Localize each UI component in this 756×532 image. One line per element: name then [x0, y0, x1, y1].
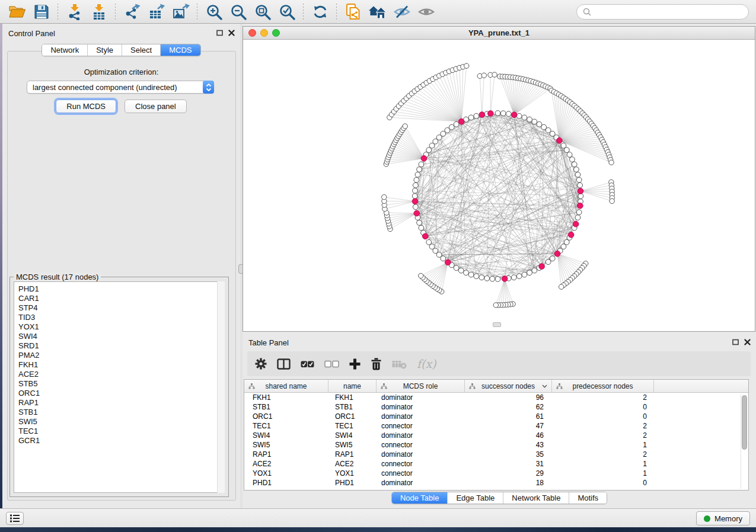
mcds-result-item[interactable]: FKH1 — [14, 360, 224, 370]
toolbar-separator — [58, 4, 58, 20]
mcds-result-item[interactable]: STP4 — [14, 303, 224, 313]
mcds-result-item[interactable]: TID3 — [14, 313, 224, 322]
mcds-result-item[interactable]: SRD1 — [14, 341, 224, 351]
tab-select[interactable]: Select — [122, 44, 161, 56]
mcds-result-list[interactable]: PHD1CAR1STP4TID3YOX1SWI4SRD1PMA2FKH1ACE2… — [14, 281, 225, 493]
maximize-window-button[interactable] — [272, 29, 280, 37]
float-table-panel-button[interactable] — [732, 339, 739, 345]
split-view-button[interactable] — [277, 358, 291, 370]
tab-motifs[interactable]: Motifs — [569, 492, 607, 504]
column-namespace-icon — [248, 383, 255, 389]
float-panel-button[interactable] — [216, 30, 223, 36]
float-icon — [732, 339, 739, 345]
zoom-out-button[interactable] — [227, 2, 249, 21]
table-row[interactable]: YOX1YOX1connector291 — [244, 469, 748, 478]
mcds-result-item[interactable]: PMA2 — [14, 351, 224, 360]
column-header-predecessor-nodes[interactable]: predecessor nodes — [552, 380, 654, 392]
add-column-button[interactable] — [349, 358, 361, 370]
table-row[interactable]: SWI5SWI5connector431 — [244, 440, 748, 450]
export-network-button[interactable] — [121, 2, 143, 21]
tab-network[interactable]: Network — [42, 44, 88, 56]
refresh-view-button[interactable] — [309, 2, 331, 21]
tab-edge-table[interactable]: Edge Table — [448, 492, 503, 504]
tab-mcds[interactable]: MCDS — [161, 44, 200, 56]
close-table-panel-button[interactable] — [744, 339, 751, 345]
column-settings-button[interactable] — [255, 358, 267, 370]
mcds-result-item[interactable]: SWI5 — [14, 417, 224, 427]
table-row[interactable]: RAP1RAP1dominator352 — [244, 450, 748, 459]
table-cell: 29 — [465, 469, 552, 477]
mcds-result-item[interactable]: STB1 — [14, 408, 224, 417]
export-table-button[interactable] — [145, 2, 167, 21]
column-header-name[interactable]: name — [328, 380, 377, 392]
save-session-button[interactable] — [30, 2, 52, 21]
run-mcds-button[interactable]: Run MCDS — [56, 100, 116, 113]
memory-button[interactable]: Memory — [696, 511, 750, 525]
column-header-successor-nodes[interactable]: successor nodes — [465, 380, 552, 392]
table-row[interactable]: SWI4SWI4dominator462 — [244, 431, 748, 440]
zoom-in-button[interactable] — [203, 2, 225, 21]
zoom-out-icon — [230, 4, 247, 20]
column-header-mcds-role[interactable]: MCDS role — [377, 380, 465, 392]
open-file-button[interactable] — [6, 2, 28, 21]
zoom-selected-button[interactable] — [276, 2, 298, 21]
mcds-result-item[interactable]: STB5 — [14, 379, 224, 389]
table-scrollbar-thumb[interactable] — [742, 395, 747, 450]
deselect-all-button[interactable] — [324, 360, 339, 368]
minimize-window-button[interactable] — [260, 29, 268, 37]
table-row[interactable]: ORC1ORC1dominator610 — [244, 412, 748, 421]
table-row[interactable]: FKH1FKH1dominator962 — [244, 393, 748, 402]
select-all-button[interactable] — [301, 360, 314, 368]
table-row[interactable]: STB1STB1dominator620 — [244, 402, 748, 412]
close-panel-button[interactable] — [228, 30, 235, 36]
result-list-scrollbar[interactable] — [217, 281, 225, 493]
tab-network-table[interactable]: Network Table — [503, 492, 569, 504]
mcds-result-item[interactable]: SWI4 — [14, 332, 224, 341]
gear-icon — [255, 358, 267, 370]
table-row[interactable]: ACE2ACE2connector311 — [244, 459, 748, 469]
table-row[interactable]: TEC1TEC1connector472 — [244, 421, 748, 431]
mcds-result-item[interactable]: YOX1 — [14, 322, 224, 332]
tab-style[interactable]: Style — [88, 44, 122, 56]
mcds-result-item[interactable]: ORC1 — [14, 389, 224, 398]
table-toolbar: f(x) — [247, 351, 751, 376]
delete-column-button[interactable] — [371, 358, 382, 370]
mcds-result-item[interactable]: CAR1 — [14, 294, 224, 303]
column-label: successor nodes — [481, 382, 535, 390]
close-window-button[interactable] — [248, 29, 256, 37]
network-canvas[interactable] — [243, 40, 755, 331]
table-cell: 62 — [465, 403, 552, 411]
mcds-result-item[interactable]: RAP1 — [14, 398, 224, 408]
horizontal-splitter-grip[interactable] — [493, 322, 501, 327]
selected-option: largest connected component (undirected) — [27, 83, 203, 92]
network-view-window: YPA_prune.txt_1 — [243, 26, 755, 332]
sort-indicator-icon — [542, 384, 547, 388]
show-all-button[interactable] — [415, 2, 437, 21]
tab-node-table[interactable]: Node Table — [392, 492, 448, 504]
mcds-result-item[interactable]: TEC1 — [14, 427, 224, 436]
import-network-button[interactable] — [63, 2, 85, 21]
hide-selected-button[interactable] — [391, 2, 413, 21]
zoom-fit-button[interactable] — [251, 2, 273, 21]
network-title: YPA_prune.txt_1 — [468, 28, 529, 37]
export-image-button[interactable] — [170, 2, 192, 21]
network-window-titlebar[interactable]: YPA_prune.txt_1 — [243, 27, 755, 40]
close-panel-action-button[interactable]: Close panel — [125, 100, 187, 113]
duplicate-network-button[interactable] — [342, 2, 364, 21]
mcds-result-item[interactable]: PHD1 — [14, 284, 224, 294]
mcds-result-item[interactable]: ACE2 — [14, 370, 224, 379]
optimization-criterion-label: Optimization criterion: — [2, 68, 240, 76]
search-input[interactable] — [595, 7, 742, 17]
import-table-button[interactable] — [88, 2, 110, 21]
table-row[interactable]: PHD1PHD1dominator180 — [244, 478, 748, 488]
optimization-criterion-select[interactable]: largest connected component (undirected) — [27, 81, 214, 94]
table-cell: YOX1 — [328, 469, 377, 477]
task-history-button[interactable] — [6, 512, 24, 525]
table-scrollbar[interactable] — [741, 394, 748, 489]
column-header-shared-name[interactable]: shared name — [244, 380, 328, 392]
mcds-result-item[interactable]: GCR1 — [14, 436, 224, 446]
table-cell: 0 — [552, 412, 654, 421]
first-neighbors-button[interactable] — [366, 2, 388, 21]
import-table-icon — [91, 4, 107, 20]
search-box[interactable] — [576, 4, 749, 20]
